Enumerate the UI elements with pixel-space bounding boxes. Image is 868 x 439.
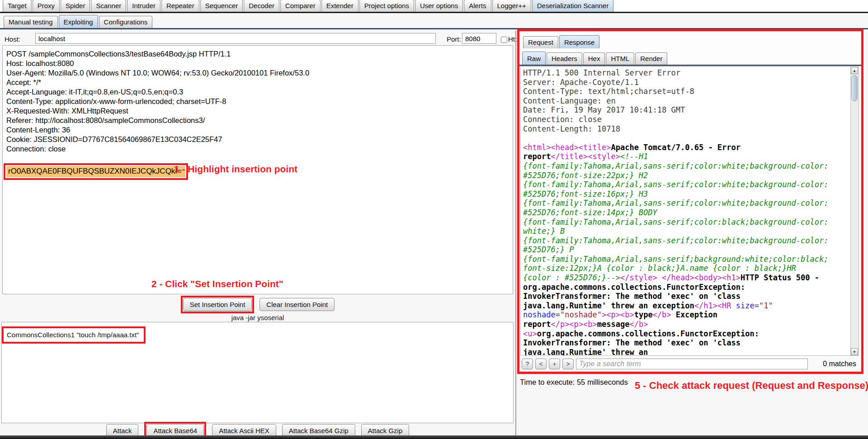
tab-repeater[interactable]: Repeater [161, 0, 199, 12]
scroll-up-icon[interactable]: ▲ [851, 67, 858, 74]
response-segment: HTTP Status 500 - [741, 273, 819, 282]
tab-spider[interactable]: Spider [61, 0, 90, 12]
response-text-area[interactable]: HTTP/1.1 500 Internal Server ErrorServer… [520, 66, 859, 356]
response-line: Content-Language: en [523, 96, 850, 106]
request-line: Accept-Language: it-IT,it;q=0.8,en-US;q=… [6, 87, 513, 97]
tab-intruder[interactable]: Intruder [127, 0, 160, 12]
subtab-manual-testing[interactable]: Manual testing [4, 16, 58, 28]
viewtab-html[interactable]: HTML [606, 52, 634, 65]
response-segment: {font-family:Tahoma,Arial,sans-serif;col… [523, 198, 829, 208]
msgtab-response[interactable]: Response [559, 35, 600, 48]
annotation-step-5: 5 - Check attack request (Request and Re… [635, 380, 868, 392]
response-segment: Content-Type: text/html;charset=utf-8 [523, 87, 694, 96]
response-segment: {font-family:Tahoma,Arial,sans-serif;col… [523, 180, 829, 189]
search-input[interactable] [576, 359, 808, 369]
ysoserial-caption: java -jar ysoserial [0, 314, 515, 321]
response-line: InvokerTransformer: The method 'exec' on… [523, 338, 850, 348]
set-insertion-point-button[interactable]: Set Insertion Point [183, 298, 252, 311]
host-label: Host: [5, 35, 20, 43]
response-line: Content-Length: 10718 [523, 124, 850, 134]
port-input[interactable] [462, 33, 496, 44]
tab-deserialization-scanner[interactable]: Deserialization Scanner [532, 0, 613, 12]
response-line: #525D76;} P [523, 245, 850, 255]
response-line: org.apache.commons.collections.FunctorEx… [523, 283, 850, 292]
response-line: InvokerTransformer: The method 'exec' on… [523, 292, 850, 301]
tab-project-options[interactable]: Project options [359, 0, 414, 12]
tab-decoder[interactable]: Decoder [244, 0, 279, 12]
viewtab-hex[interactable]: Hex [583, 52, 605, 65]
request-line: Content-Type: application/x-www-form-url… [6, 97, 513, 106]
search-next-button[interactable]: > [562, 359, 574, 369]
scroll-down-icon[interactable]: ▼ [851, 348, 858, 355]
search-prev-button[interactable]: < [535, 359, 547, 369]
response-lines: HTTP/1.1 500 Internal Server ErrorServer… [523, 68, 850, 356]
response-line: HTTP/1.1 500 Internal Server Error [523, 68, 850, 78]
tab-comparer[interactable]: Comparer [280, 0, 321, 12]
response-segment: Date: Fri, 19 May 2017 10:41:18 GMT [523, 105, 685, 114]
tab-alerts[interactable]: Alerts [464, 0, 491, 12]
https-checkbox[interactable] [501, 37, 507, 43]
response-line: #525D76;font-size:16px;} H3 [523, 189, 850, 199]
tab-user-options[interactable]: User options [415, 0, 463, 12]
response-line: #525D76;font-size:14px;} BODY [523, 208, 850, 217]
response-segment: {color : #525D76;}--> [523, 273, 620, 282]
search-matches-count: 0 matches [823, 360, 856, 368]
response-segment: size [731, 301, 755, 310]
message-viewer-panel: RequestResponse RawHeadersHexHTMLRender … [517, 29, 863, 374]
clear-insertion-point-button[interactable]: Clear Insertion Point [259, 298, 335, 311]
viewtab-render[interactable]: Render [635, 52, 667, 65]
search-bar: ?<+> 0 matches [519, 356, 860, 372]
response-segment: = [755, 301, 759, 310]
response-segment: Content-Language: en [523, 96, 616, 105]
tab-extender[interactable]: Extender [321, 0, 359, 12]
response-segment: Apache Tomcat/7.0.65 - Error [611, 143, 741, 152]
msgtab-request[interactable]: Request [523, 36, 558, 48]
tab-logger[interactable]: Logger++ [492, 0, 531, 12]
response-segment: #525D76;} P [523, 245, 574, 254]
search-help-button[interactable]: ? [522, 359, 533, 369]
annotation-step-2: 2 - Click "Set Insertion Point" [151, 279, 283, 289]
response-segment: </h1><HR [694, 301, 731, 310]
host-input[interactable] [35, 33, 436, 44]
connection-row: Host: Port: Https [0, 33, 515, 46]
port-label: Port: [447, 35, 461, 43]
insertion-point-highlight[interactable]: rO0ABXQAE0FBQUFBQSBUZXN0IEJCQkJCQkI= [6, 166, 185, 177]
response-segment: InvokerTransformer: The method 'exec' on… [523, 292, 741, 301]
response-segment: {font-family:Tahoma,Arial,sans-serif;col… [523, 236, 829, 245]
response-line [523, 133, 850, 143]
window-bottom-edge [0, 435, 868, 439]
response-segment: #525D76;font-size:14px;} BODY [523, 208, 657, 217]
extension-tab-bar: Manual testingExploitingConfigurations [0, 16, 868, 29]
subtab-configurations[interactable]: Configurations [99, 16, 153, 28]
response-segment: message [597, 320, 630, 329]
request-line: Accept: */* [6, 78, 513, 87]
request-lines: POST /sampleCommonsCollections3/testBase… [6, 49, 513, 154]
insertion-controls: Set Insertion Point Clear Insertion Poin… [0, 294, 515, 315]
response-line: noshade="noshade"><p><b>type</b> Excepti… [523, 310, 850, 320]
response-line: Connection: close [523, 115, 850, 124]
response-line: {font-family:Tahoma,Arial,sans-serif;col… [523, 198, 850, 208]
scrollbar-thumb[interactable] [851, 75, 858, 101]
subtab-exploiting[interactable]: Exploiting [59, 15, 98, 28]
search-case-button[interactable]: + [549, 359, 560, 369]
response-segment: "1" [759, 301, 773, 310]
request-line: Connection: close [6, 144, 513, 154]
response-line: <u>org.apache.commons.collections.Functo… [523, 329, 850, 339]
response-segment: </b> [629, 320, 648, 329]
tab-scanner[interactable]: Scanner [91, 0, 126, 12]
ysoserial-command-editor[interactable]: CommonsCollections1 "touch /tmp/aaaa.txt… [1, 322, 514, 423]
request-line: User-Agent: Mozilla/5.0 (Windows NT 10.0… [6, 68, 513, 78]
tab-proxy[interactable]: Proxy [33, 0, 60, 12]
response-segment: type [634, 310, 653, 319]
response-segment: Content-Length: 10718 [523, 124, 620, 133]
request-line: X-Requested-With: XMLHttpRequest [6, 106, 513, 116]
response-segment: #525D76;font-size:22px;} H2 [523, 171, 648, 180]
vertical-scrollbar[interactable]: ▲ ▼ [850, 67, 859, 355]
ysoserial-command-text[interactable]: CommonsCollections1 "touch /tmp/aaaa.txt… [4, 329, 143, 341]
response-segment: <!--H1 [620, 152, 648, 161]
viewtab-raw[interactable]: Raw [522, 52, 546, 65]
tab-sequencer[interactable]: Sequencer [200, 0, 243, 12]
tab-target[interactable]: Target [3, 0, 32, 12]
viewtab-headers[interactable]: Headers [547, 52, 582, 65]
response-segment: java.lang.Runtime' threw an [523, 348, 648, 356]
